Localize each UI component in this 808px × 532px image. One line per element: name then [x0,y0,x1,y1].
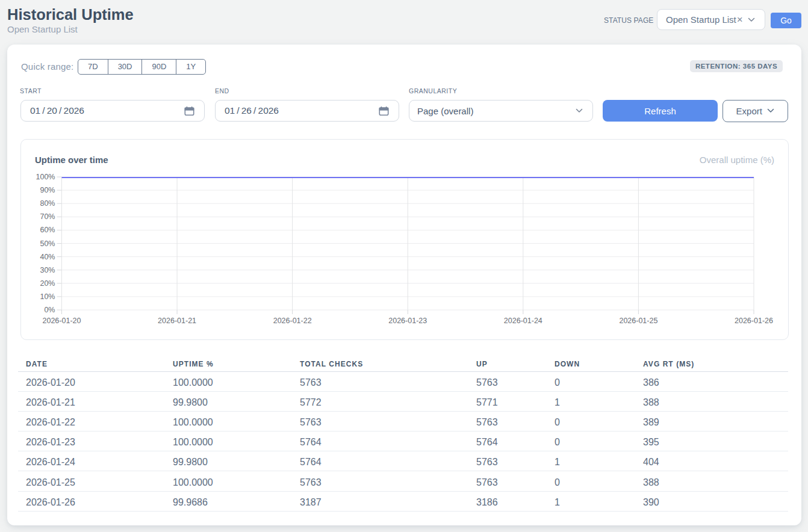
svg-text:90%: 90% [40,186,55,194]
svg-text:2026-01-24: 2026-01-24 [504,317,542,325]
svg-text:100%: 100% [36,173,55,181]
svg-text:70%: 70% [40,212,55,221]
svg-text:0%: 0% [44,306,55,314]
svg-text:2026-01-21: 2026-01-21 [158,317,196,325]
svg-text:2026-01-23: 2026-01-23 [388,317,427,325]
svg-text:30%: 30% [40,266,55,274]
svg-text:40%: 40% [40,253,55,261]
svg-text:60%: 60% [40,226,55,234]
svg-text:2026-01-22: 2026-01-22 [273,317,312,325]
svg-text:2026-01-26: 2026-01-26 [735,317,773,325]
svg-text:2026-01-25: 2026-01-25 [619,317,657,325]
svg-text:20%: 20% [40,279,55,288]
svg-text:50%: 50% [40,240,55,248]
svg-text:80%: 80% [40,199,55,208]
svg-text:10%: 10% [40,292,55,301]
svg-text:2026-01-20: 2026-01-20 [43,317,81,325]
